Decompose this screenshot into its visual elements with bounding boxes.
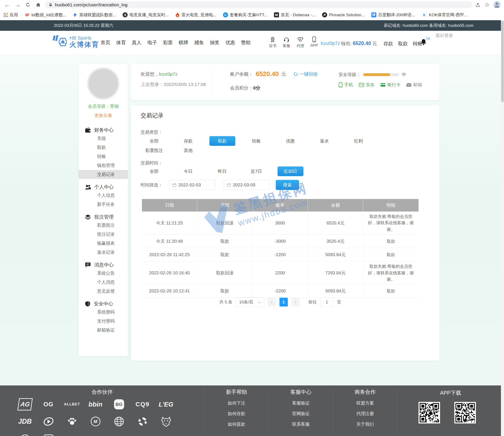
nav-fishing[interactable]: 捕鱼 xyxy=(194,39,204,46)
filter-type-bonus[interactable]: 红利 xyxy=(354,138,363,144)
paw-logo-icon xyxy=(67,416,77,427)
sidebar-section-messages[interactable]: 消息中心 xyxy=(79,261,128,269)
nav-raffle[interactable]: 抽奖 xyxy=(210,39,219,46)
bookmark-pinnacle[interactable]: P Pinnacle Solution... xyxy=(322,12,365,17)
forward-icon[interactable]: → xyxy=(14,1,21,8)
bookmark-lol-data[interactable]: W lol数据_lol比赛数... xyxy=(25,12,66,18)
sidebar-item-recharge[interactable]: 充值 xyxy=(79,134,128,143)
next-page-button[interactable]: › xyxy=(291,298,300,306)
bookmark-apps[interactable]: 应用 xyxy=(3,12,18,18)
sidebar-item-personal-info[interactable]: 个人信息 xyxy=(79,191,128,200)
bookmark-star-icon[interactable]: ☆ xyxy=(483,1,491,8)
scrollbar[interactable] xyxy=(501,20,504,436)
email-verification[interactable]: 邮箱 xyxy=(406,82,422,88)
search-button[interactable]: 搜索 xyxy=(276,180,299,190)
sidebar-item-winloss-report[interactable]: 输赢报表 xyxy=(79,239,128,248)
sidebar-item-payment-password[interactable]: 支付密码 xyxy=(79,317,128,326)
sidebar-item-email-verification[interactable]: 邮箱验证 xyxy=(79,326,128,335)
prev-page-button[interactable]: ‹ xyxy=(268,298,276,306)
footer-link-contact-service[interactable]: 联系客服 xyxy=(269,421,333,427)
filter-type-other[interactable]: 其他 xyxy=(184,148,193,153)
footer-link-about-us[interactable]: 关于我们 xyxy=(333,421,397,427)
bookmark-zhima[interactable]: C 套餐购买-芝麻HTT... xyxy=(223,12,267,18)
sidebar-item-wallet-management[interactable]: 钱包管理 xyxy=(79,161,128,170)
page-size-select[interactable]: 10条/页 xyxy=(236,297,264,307)
filter-time-yesterday[interactable]: 昨日 xyxy=(218,168,227,174)
bookmark-leihuo[interactable]: 雷火电竞, 亚洲电... xyxy=(175,12,216,18)
back-icon[interactable]: ← xyxy=(3,1,11,8)
avatar[interactable] xyxy=(87,67,119,100)
phone-verification[interactable]: 手机 xyxy=(339,82,353,88)
reload-icon[interactable] xyxy=(24,1,32,8)
nav-slots[interactable]: 电子 xyxy=(147,39,157,46)
footer-link-site-verify[interactable]: 官网验证 xyxy=(269,411,333,417)
bankcard-verification[interactable]: 银行卡 xyxy=(380,82,401,88)
filter-type-lottery[interactable]: 彩票投注 xyxy=(145,148,163,153)
realname-verification[interactable]: 实名 xyxy=(359,82,375,88)
sidebar-section-security[interactable]: 安全中心 xyxy=(79,300,128,308)
sidebar-item-system-announcements[interactable]: 系统公告 xyxy=(79,269,128,278)
filter-type-deposit[interactable]: 存款 xyxy=(184,138,193,144)
scrollbar-thumb[interactable] xyxy=(501,21,504,102)
sidebar-item-withdraw[interactable]: 取款 xyxy=(79,143,128,152)
sidebar-section-personal[interactable]: 个人中心 xyxy=(79,183,128,191)
footer-link-agent-register[interactable]: 代理注册 xyxy=(333,411,397,417)
nav-sports[interactable]: 体育 xyxy=(116,39,126,46)
nav-sponsor[interactable]: 赞助 xyxy=(241,39,251,46)
sidebar-item-bet-records[interactable]: 投注记录 xyxy=(79,230,128,239)
header-username[interactable]: kzut3p7z xyxy=(321,40,340,46)
share-icon[interactable] xyxy=(474,1,482,8)
logout-link[interactable]: 退出登录 xyxy=(435,33,453,38)
app-menu[interactable]: APP xyxy=(308,37,321,48)
url-bar[interactable]: huobo61.com/pc/user/trancation_log xyxy=(45,1,472,8)
filter-type-transfer[interactable]: 转账 xyxy=(252,138,261,144)
home-icon[interactable] xyxy=(35,1,42,8)
change-avatar-link[interactable]: 更换头像 xyxy=(79,112,128,119)
filter-type-rebate[interactable]: 返水 xyxy=(320,138,329,144)
footer-link-alliance[interactable]: 联盟方案 xyxy=(333,400,397,406)
nav-promos[interactable]: 优惠 xyxy=(225,39,235,46)
filter-time-7days[interactable]: 近7日 xyxy=(251,168,262,174)
sidebar-item-rebate-records[interactable]: 返水记录 xyxy=(79,248,128,257)
bookmark-esports-live[interactable]: S 电竞直播_电竞实时... xyxy=(123,12,169,18)
nav-live[interactable]: 真人 xyxy=(132,39,142,46)
browser-profile-avatar[interactable] xyxy=(494,1,501,8)
date-from-input[interactable]: 2022-02-03 xyxy=(169,180,215,190)
footer-link-how-to-bet[interactable]: 如何下注 xyxy=(204,400,269,406)
sidebar-item-system-password[interactable]: 系统密码 xyxy=(79,308,128,317)
nav-chess[interactable]: 棋牌 xyxy=(179,39,188,46)
filter-time-today[interactable]: 今日 xyxy=(184,168,193,174)
sidebar-item-newbie-tasks[interactable]: 新手任务 xyxy=(79,200,128,209)
support-menu[interactable]: 客服 xyxy=(280,37,293,48)
one-key-recycle-button[interactable]: 一键回收 xyxy=(294,71,318,77)
sidebar-item-transfer[interactable]: 转账 xyxy=(79,152,128,161)
filter-type-promo[interactable]: 优惠 xyxy=(286,138,295,144)
sidebar-item-lottery-bets[interactable]: 彩票投注 xyxy=(79,221,128,230)
footer-link-how-to-deposit[interactable]: 如何存款 xyxy=(204,411,269,417)
filter-type-withdraw-active[interactable]: 取款 xyxy=(209,136,235,146)
agent-menu[interactable]: 代理 xyxy=(294,37,307,48)
sidebar-item-personal-messages[interactable]: 个人消息 xyxy=(79,278,128,287)
goto-page-input[interactable] xyxy=(320,297,333,307)
nav-lottery[interactable]: 彩票 xyxy=(163,39,173,46)
bookmark-kok[interactable]: K KOK体育官网-西甲... xyxy=(422,12,468,18)
footer-link-how-to-withdraw[interactable]: 如何提款 xyxy=(204,421,269,427)
sidebar-item-transaction-log[interactable]: 交易记录 xyxy=(79,170,128,179)
site-logo[interactable]: HB Sports 火博体育 xyxy=(52,35,99,49)
filter-type-all[interactable]: 全部 xyxy=(150,138,159,144)
date-to-input[interactable]: 2022-03-05 xyxy=(224,180,270,190)
filter-time-all[interactable]: 全部 xyxy=(150,168,159,174)
sidebar-item-feedback[interactable]: 意见反馈 xyxy=(79,287,128,296)
deposit-link[interactable]: 存款 xyxy=(383,40,393,47)
nav-home[interactable]: 首页 xyxy=(101,39,110,46)
withdraw-link[interactable]: 取款 xyxy=(398,40,408,47)
current-page-button[interactable]: 1 xyxy=(279,298,288,306)
sidebar-section-finance[interactable]: 财务中心 xyxy=(79,126,128,134)
footer-link-service-verify[interactable]: 客服验证 xyxy=(269,400,333,406)
sidebar-section-betting[interactable]: 投注管理 xyxy=(79,213,128,221)
certificate-menu[interactable]: 证书 xyxy=(266,37,279,48)
bookmark-lol-teams[interactable]: 英雄联盟战队数据... xyxy=(73,12,116,18)
bookmark-dotamax[interactable]: M 首页 - Dotamax -... xyxy=(274,12,315,18)
filter-time-30days-active[interactable]: 近30日 xyxy=(278,167,303,176)
bookmark-baidu-translate[interactable]: 译 百度翻译-200种语... xyxy=(371,12,415,18)
